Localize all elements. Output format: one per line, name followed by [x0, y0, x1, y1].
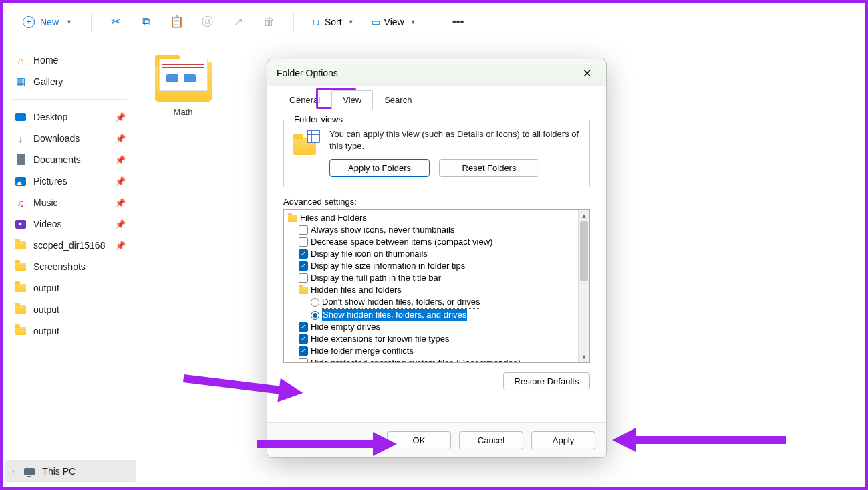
- checkbox[interactable]: [299, 225, 308, 235]
- close-icon[interactable]: ✕: [577, 64, 597, 82]
- folder-label: Math: [150, 107, 216, 117]
- pin-icon: 📌: [115, 219, 126, 229]
- rename-icon[interactable]: ⓐ: [194, 9, 221, 35]
- sidebar-label: Home: [33, 55, 58, 66]
- dialog-title: Folder Options: [277, 68, 338, 78]
- view-button[interactable]: ▭ View ▼: [365, 13, 423, 31]
- sidebar-home[interactable]: ⌂Home: [8, 49, 131, 71]
- tree-label: Hide empty drives: [311, 321, 380, 333]
- tab-label: Search: [384, 95, 412, 105]
- pin-icon: 📌: [115, 155, 126, 165]
- dialog-titlebar: Folder Options ✕: [267, 59, 606, 86]
- sidebar-desktop[interactable]: Desktop📌: [8, 106, 131, 128]
- dialog-tabs: General View Search: [267, 86, 606, 110]
- sidebar-output[interactable]: output: [8, 320, 131, 342]
- toolbar: + New ▼ ✂ ⧉ 📋 ⓐ ↗ 🗑 ↑↓ Sort ▼ ▭ View ▼ •…: [3, 3, 865, 41]
- tree-item[interactable]: ✓Hide folder merge conflicts: [287, 345, 575, 357]
- plus-icon: +: [23, 16, 35, 28]
- tree-item[interactable]: ✓Display file icon on thumbnails: [287, 248, 575, 260]
- sidebar-downloads[interactable]: ↓Downloads📌: [8, 128, 131, 149]
- tab-search[interactable]: Search: [373, 90, 423, 110]
- tree-item[interactable]: ✓Hide extensions for known file types: [287, 333, 575, 345]
- tree-item[interactable]: Always show icons, never thumbnails: [287, 224, 575, 236]
- folder-icon: [15, 261, 27, 273]
- view-label: View: [384, 17, 404, 27]
- radio[interactable]: [311, 298, 319, 307]
- checkbox-checked[interactable]: ✓: [299, 334, 308, 344]
- paste-icon[interactable]: 📋: [164, 9, 190, 35]
- ok-button[interactable]: OK: [387, 431, 451, 449]
- sidebar-screenshots[interactable]: Screenshots: [8, 256, 131, 277]
- checkbox-checked[interactable]: ✓: [299, 322, 308, 332]
- sidebar-label: Pictures: [33, 176, 67, 187]
- tree-group[interactable]: Files and Folders: [287, 212, 575, 224]
- folder-math[interactable]: Math: [150, 55, 216, 117]
- radio-checked[interactable]: [311, 311, 319, 320]
- checkbox-checked[interactable]: ✓: [299, 346, 308, 356]
- sort-label: Sort: [325, 17, 342, 27]
- separator: [293, 13, 294, 31]
- copy-icon[interactable]: ⧉: [133, 9, 160, 35]
- tree-label: Decrease space between items (compact vi…: [311, 236, 492, 248]
- new-button[interactable]: + New ▼: [15, 12, 80, 32]
- more-icon[interactable]: •••: [445, 9, 472, 35]
- folder-icon: [15, 282, 27, 294]
- tree-label: Display the full path in the title bar: [311, 272, 441, 284]
- button-label: Reset Folders: [462, 163, 517, 173]
- checkbox[interactable]: [299, 273, 308, 283]
- tree-item[interactable]: ✓Display file size information in folder…: [287, 260, 575, 272]
- cut-icon[interactable]: ✂: [102, 9, 129, 35]
- new-label: New: [40, 17, 59, 27]
- sidebar-documents[interactable]: Documents📌: [8, 149, 131, 170]
- folder-options-dialog: Folder Options ✕ General View Search Fol…: [267, 59, 607, 458]
- checkbox-checked[interactable]: ✓: [299, 261, 308, 271]
- pin-icon: 📌: [115, 134, 126, 144]
- tab-view[interactable]: View: [331, 90, 373, 110]
- tree-item[interactable]: Hide protected operating system files (R…: [287, 357, 575, 362]
- separator: [434, 13, 434, 31]
- video-icon: [15, 218, 27, 230]
- sidebar-gallery[interactable]: ▦Gallery: [8, 71, 131, 92]
- sidebar-pictures[interactable]: Pictures📌: [8, 170, 131, 192]
- dialog-footer: OK Cancel Apply: [267, 422, 606, 457]
- chevron-right-icon: ›: [12, 468, 14, 475]
- sidebar-label: This PC: [42, 466, 76, 477]
- tab-general[interactable]: General: [278, 90, 331, 110]
- scroll-up-icon[interactable]: ▲: [579, 210, 589, 221]
- tree-radio-item[interactable]: Don't show hidden files, folders, or dri…: [287, 296, 575, 309]
- sidebar-label: Desktop: [33, 112, 67, 122]
- cancel-button[interactable]: Cancel: [459, 431, 523, 449]
- tree-label: Hide extensions for known file types: [311, 333, 449, 345]
- folder-icon: [15, 325, 27, 337]
- apply-to-folders-button[interactable]: Apply to Folders: [329, 159, 430, 177]
- scrollbar[interactable]: ▲ ▼: [578, 210, 589, 362]
- chevron-down-icon: ▼: [348, 19, 354, 25]
- sidebar-this-pc[interactable]: ›This PC: [5, 461, 136, 482]
- tree-item[interactable]: Display the full path in the title bar: [287, 272, 575, 284]
- share-icon[interactable]: ↗: [225, 9, 252, 35]
- advanced-settings-tree[interactable]: Files and Folders Always show icons, nev…: [283, 209, 590, 363]
- tree-item[interactable]: Decrease space between items (compact vi…: [287, 236, 575, 248]
- checkbox-checked[interactable]: ✓: [299, 249, 308, 259]
- scroll-thumb[interactable]: [580, 221, 588, 281]
- tab-label: General: [289, 95, 320, 105]
- apply-button[interactable]: Apply: [531, 431, 595, 449]
- tree-item[interactable]: ✓Hide empty drives: [287, 321, 575, 333]
- download-icon: ↓: [15, 132, 27, 144]
- sidebar-output[interactable]: output: [8, 277, 131, 299]
- sort-button[interactable]: ↑↓ Sort ▼: [305, 13, 361, 31]
- checkbox[interactable]: [299, 237, 308, 247]
- tree-group[interactable]: Hidden files and folders: [287, 284, 575, 296]
- sidebar-music[interactable]: ♫Music📌: [8, 192, 131, 213]
- checkbox[interactable]: [299, 358, 308, 362]
- sidebar-videos[interactable]: Videos📌: [8, 213, 131, 235]
- sidebar-scoped[interactable]: scoped_dir15168📌: [8, 235, 131, 256]
- delete-icon[interactable]: 🗑: [256, 9, 283, 35]
- reset-folders-button[interactable]: Reset Folders: [439, 159, 539, 177]
- pin-icon: 📌: [115, 176, 126, 187]
- restore-defaults-button[interactable]: Restore Defaults: [503, 372, 590, 390]
- sidebar-output[interactable]: output: [8, 299, 131, 320]
- scroll-down-icon[interactable]: ▼: [579, 351, 589, 362]
- tree-radio-item-selected[interactable]: Show hidden files, folders, and drives: [287, 309, 575, 321]
- tree-label: Display file icon on thumbnails: [311, 248, 428, 260]
